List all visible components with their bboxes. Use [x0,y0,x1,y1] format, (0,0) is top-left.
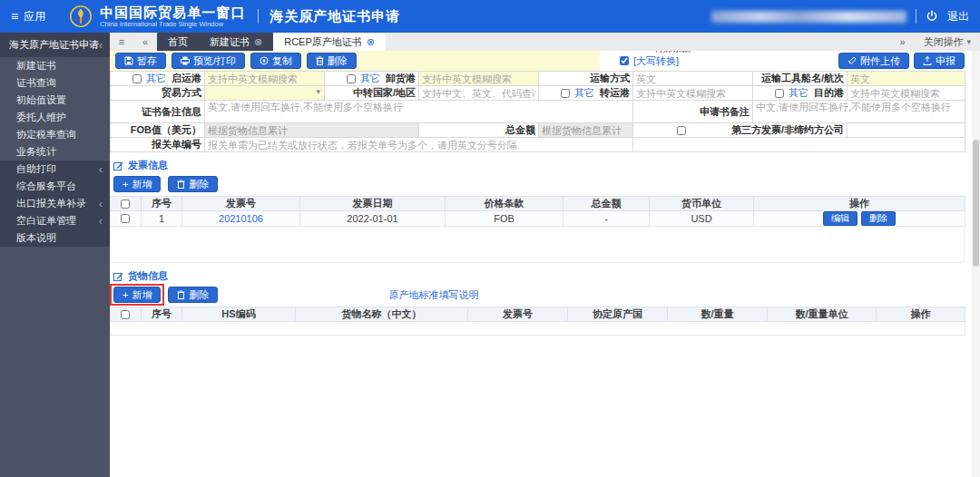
cert-remarks-textarea[interactable] [208,101,630,122]
logout-button[interactable]: 退出 [947,9,969,24]
preview-print-button[interactable]: 预览/打印 [172,53,245,69]
attachment-upload-label: 附件上传 [860,54,900,68]
trade-mode-input[interactable] [208,88,321,99]
vessel-voyage-input[interactable] [850,73,962,84]
destination-port-other-checkbox[interactable] [775,89,784,98]
sidebar-item-label: 证书查询 [16,76,56,90]
sidebar: 海关原产地证书申请 ‹ 新建证书 证书查询 初始值设置 委托人维护 协定税率查询… [0,33,110,477]
invoice-row-edit-button[interactable]: 编辑 [823,211,858,226]
tab-new-certificate[interactable]: 新建证书 ⊗ [199,33,273,51]
sidebar-item-new-certificate[interactable]: 新建证书 [0,57,110,74]
sidebar-item-label: 业务统计 [16,145,56,159]
preview-print-label: 预览/打印 [193,54,236,68]
tab-scroll-right-icon[interactable]: » [890,33,914,51]
sidebar-item-label: 新建证书 [16,59,56,73]
goods-header-row: 序号 HS编码 货物名称（中文） 发票号 协定原产国 数/重量 数/重量单位 操… [111,307,965,322]
transshipment-port-other-checkbox[interactable] [561,89,570,98]
departure-port-other-checkbox[interactable] [132,74,142,83]
invoice-row-delete-button[interactable]: 删除 [861,211,896,226]
third-party-invoice-checkbox[interactable] [636,126,727,135]
uppercase-convert-checkbox[interactable]: [大写转换] [620,54,679,68]
sidebar-title[interactable]: 海关原产地证书申请 ‹ [0,33,110,57]
invoice-no-link[interactable]: 20210106 [219,213,263,224]
goods-add-button[interactable]: + 新增 [113,287,161,303]
sidebar-item-version-notes[interactable]: 版本说明 [0,229,110,247]
save-draft-button[interactable]: 暂存 [115,53,166,69]
copy-label: 复制 [272,54,292,68]
upload-icon [923,56,932,65]
sidebar-item-tariff-query[interactable]: 协定税率查询 [0,126,110,143]
transport-mode-input[interactable] [636,73,750,84]
tab-label: 新建证书 [210,35,250,49]
sidebar-item-initial-settings[interactable]: 初始值设置 [0,92,110,109]
brand-block: 中国国际贸易单一窗口 China International Trade Sin… [69,5,245,28]
invoice-select-all-checkbox[interactable] [121,200,130,209]
application-remarks-label: 申请书备注 [700,106,750,117]
chevron-left-icon: ‹ [99,163,103,176]
goods-select-all-checkbox[interactable] [121,310,130,319]
uppercase-convert-input[interactable] [620,56,629,65]
vertical-scrollbar[interactable] [972,51,980,477]
tab-home[interactable]: 首页 [157,33,199,51]
sidebar-item-self-print[interactable]: 自助打印‹ [0,161,110,178]
attachment-upload-button[interactable]: 附件上传 [838,53,909,69]
goods-empty-cell [111,322,965,336]
invoice-row-checkbox[interactable] [121,214,130,223]
brand-title-en: China International Trade Single Window [100,20,245,28]
scrollbar-thumb[interactable] [973,140,979,267]
transshipment-port-label: 转运港 [600,86,630,100]
declaration-no-input[interactable] [208,140,630,151]
invoice-table-row: 1 20210106 2022-01-01 FOB - USD 编辑 删除 [111,211,965,227]
destination-port-input[interactable] [850,88,962,99]
col-price-term: 价格条款 [446,197,564,211]
sidebar-item-client-maintenance[interactable]: 委托人维护 [0,109,110,126]
col-goods-name-cn: 货物名称（中文） [296,307,468,322]
copy-icon [260,56,269,65]
tab-content: 暂存 预览/打印 复制 [110,51,980,477]
sidebar-item-label: 版本说明 [16,231,56,245]
rewind-icon: « [142,36,148,47]
application-remarks-textarea[interactable] [756,101,962,122]
discharge-port-other-checkbox[interactable] [347,74,356,83]
top-header-bar: ≡ 应用 中国国际贸易单一窗口 China International Trad… [0,0,980,33]
goods-delete-button[interactable]: 删除 [168,287,218,303]
printer-icon [181,56,190,65]
transshipment-port-input[interactable] [636,88,750,99]
trade-mode-select[interactable]: ▾ [205,86,325,101]
origin-criteria-guide-link[interactable]: 原产地标准填写说明 [388,288,478,302]
tab-list-icon[interactable]: ≡ [110,33,133,51]
brand-title-cn: 中国国际贸易单一窗口 [100,5,245,20]
edit-section-icon [113,161,123,170]
cert-remarks-label: 证书备注信息 [142,106,201,117]
sidebar-collapse-icon[interactable]: ‹ [99,39,103,52]
departure-port-input[interactable] [208,73,321,84]
invoice-delete-button[interactable]: 删除 [168,176,218,192]
sidebar-item-label: 协定税率查询 [16,128,76,141]
tab-scroll-left-icon[interactable]: « [133,33,157,51]
discharge-port-label-cell: 其它 卸货港 [325,72,419,86]
col-invoice-date: 发票日期 [300,197,446,211]
tab-rcep-certificate[interactable]: RCEP原产地证书 ⊗ [273,33,386,51]
goods-section-title: 货物信息 [128,269,168,283]
sidebar-item-business-stats[interactable]: 业务统计 [0,143,110,161]
app-menu-button[interactable]: ≡ 应用 [11,9,45,24]
col-hs-code: HS编码 [182,307,296,322]
discharge-port-input[interactable] [422,73,535,84]
sidebar-item-service-platform[interactable]: 综合服务平台 [0,178,110,195]
invoice-section-title: 发票信息 [128,159,168,172]
close-operations-dropdown[interactable]: 关闭操作 ▾ [914,33,980,51]
invoice-row-currency: USD [650,211,754,227]
invoice-add-button[interactable]: + 新增 [113,176,161,192]
declare-button[interactable]: 申报 [914,53,965,69]
sidebar-item-certificate-query[interactable]: 证书查询 [0,74,110,92]
delete-button[interactable]: 删除 [307,53,357,69]
certificate-form: 其它 启运港 其它 卸货港 [110,71,965,152]
close-icon[interactable]: ⊗ [367,37,375,47]
transit-country-input[interactable] [422,88,535,99]
fob-value-input [208,125,416,136]
power-icon[interactable] [926,10,938,23]
sidebar-item-export-declaration[interactable]: 出口报关单补录‹ [0,195,110,212]
sidebar-item-blank-certificates[interactable]: 空白证单管理‹ [0,212,110,229]
copy-button[interactable]: 复制 [250,53,301,69]
close-icon[interactable]: ⊗ [254,37,262,47]
